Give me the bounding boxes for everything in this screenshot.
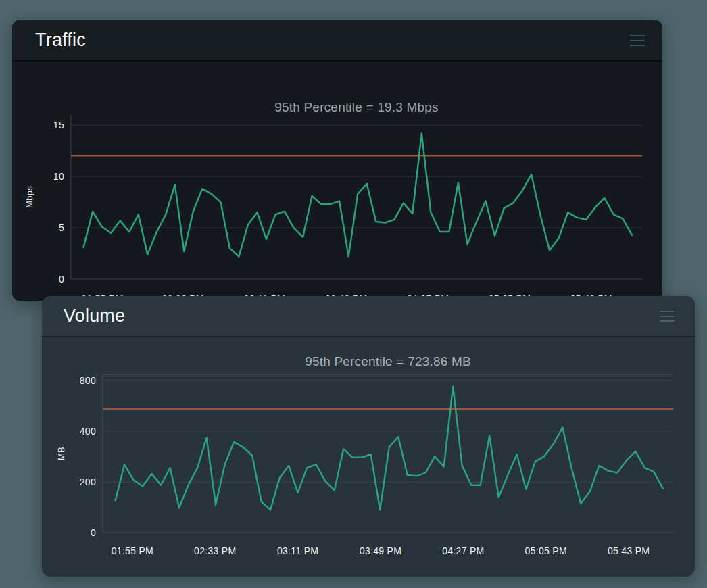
x-tick-label: 05:05 PM xyxy=(525,545,567,556)
x-tick-label: 01:55 PM xyxy=(112,545,153,556)
y-tick-label: 0 xyxy=(59,274,64,285)
data-series-line xyxy=(116,387,663,510)
x-tick-label: 02:33 PM xyxy=(194,545,236,556)
y-axis-title: MB xyxy=(56,447,66,460)
traffic-card-title: Traffic xyxy=(35,30,86,51)
y-tick-label: 15 xyxy=(53,120,64,130)
hamburger-icon[interactable] xyxy=(627,32,648,49)
y-tick-label: 10 xyxy=(53,171,64,182)
x-tick-label: 03:49 PM xyxy=(360,545,401,556)
traffic-percentile-subtitle: 95th Percentile = 19.3 Mbps xyxy=(71,100,642,115)
header-divider xyxy=(12,60,662,62)
volume-card-header: Volume xyxy=(42,296,695,336)
volume-card-title: Volume xyxy=(64,305,125,326)
traffic-card: Traffic 95th Percentile = 19.3 Mbps 0510… xyxy=(12,20,662,301)
y-tick-label: 0 xyxy=(91,527,96,538)
y-tick-label: 200 xyxy=(80,476,96,487)
x-tick-label: 04:27 PM xyxy=(442,545,484,556)
data-series-line xyxy=(84,133,632,256)
volume-line-chart: 0200400800MB01:55 PM02:33 PM03:11 PM03:4… xyxy=(42,374,695,577)
y-tick-label: 5 xyxy=(59,222,64,233)
y-tick-label: 800 xyxy=(80,375,96,386)
traffic-line-chart: 051015Mbps01:55 PM02:33 PM03:11 PM03:49 … xyxy=(12,115,662,301)
y-tick-label: 400 xyxy=(80,426,96,437)
traffic-card-header: Traffic xyxy=(12,20,662,60)
x-tick-label: 05:43 PM xyxy=(608,545,650,556)
x-tick-label: 03:11 PM xyxy=(277,545,318,556)
hamburger-icon[interactable] xyxy=(657,308,677,324)
y-axis-title: Mbps xyxy=(24,186,34,208)
volume-card: Volume 95th Percentile = 723.86 MB 02004… xyxy=(42,296,695,577)
volume-percentile-subtitle: 95th Percentile = 723.86 MB xyxy=(103,354,673,369)
header-divider xyxy=(42,336,695,337)
